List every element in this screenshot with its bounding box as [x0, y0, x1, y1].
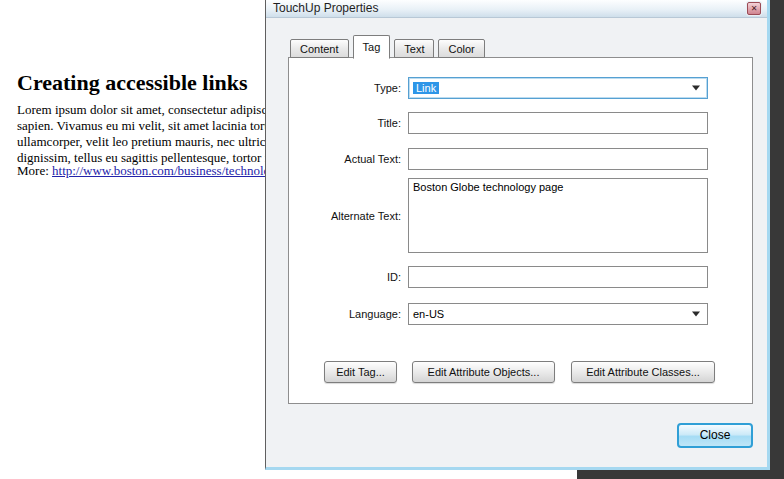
- type-selected-value: Link: [413, 82, 439, 94]
- actual-text-row: Actual Text:: [289, 148, 752, 170]
- tab-text[interactable]: Text: [394, 39, 434, 58]
- type-dropdown[interactable]: Link: [408, 77, 708, 99]
- dialog-titlebar[interactable]: TouchUp Properties ✕: [266, 0, 767, 18]
- close-icon[interactable]: ✕: [747, 2, 761, 15]
- tab-bar: Content Tag Text Color: [290, 33, 489, 58]
- id-row: ID:: [289, 266, 752, 288]
- language-label: Language:: [289, 308, 401, 320]
- alternate-text-field[interactable]: Boston Globe technology page: [408, 178, 708, 253]
- document-heading: Creating accessible links: [17, 70, 248, 96]
- language-row: Language: en-US: [289, 303, 752, 325]
- edit-attribute-objects-button[interactable]: Edit Attribute Objects...: [412, 361, 555, 383]
- actual-text-field[interactable]: [408, 148, 708, 170]
- id-field[interactable]: [408, 266, 708, 288]
- language-dropdown[interactable]: en-US: [408, 303, 708, 325]
- paragraph-line: sapien. Vivamus eu mi velit, sit amet la…: [17, 118, 293, 134]
- title-label: Title:: [289, 117, 401, 129]
- document-more-line: More: http://www.boston.com/business/tec…: [17, 163, 287, 179]
- alternate-text-label: Alternate Text:: [289, 210, 401, 222]
- title-field[interactable]: [408, 112, 708, 134]
- touchup-properties-dialog: TouchUp Properties ✕ Content Tag Text Co…: [265, 0, 770, 470]
- close-button[interactable]: Close: [677, 423, 753, 448]
- paragraph-line: Lorem ipsum dolor sit amet, consectetur …: [17, 102, 293, 118]
- dialog-title: TouchUp Properties: [273, 1, 378, 15]
- alternate-text-row: Alternate Text: Boston Globe technology …: [289, 178, 752, 253]
- language-selected-value: en-US: [413, 308, 444, 320]
- document-paragraph: Lorem ipsum dolor sit amet, consectetur …: [17, 102, 293, 166]
- tab-content[interactable]: Content: [290, 39, 349, 58]
- actual-text-label: Actual Text:: [289, 153, 401, 165]
- chevron-down-icon[interactable]: [692, 312, 700, 317]
- edit-attribute-classes-button[interactable]: Edit Attribute Classes...: [571, 361, 715, 383]
- paragraph-line: ullamcorper, velit leo pretium mauris, n…: [17, 134, 293, 150]
- tag-tab-panel: Type: Link Title: Actual Text: Alternate…: [288, 57, 753, 404]
- type-label: Type:: [289, 82, 401, 94]
- edit-buttons-row: Edit Tag... Edit Attribute Objects... Ed…: [289, 361, 752, 383]
- tab-color[interactable]: Color: [438, 39, 484, 58]
- id-label: ID:: [289, 271, 401, 283]
- app-background: { "document": { "heading": "Creating acc…: [0, 0, 784, 479]
- more-label: More:: [17, 163, 49, 178]
- document-hyperlink[interactable]: http://www.boston.com/business/technolog…: [52, 163, 287, 178]
- type-row: Type: Link: [289, 77, 752, 99]
- tab-tag[interactable]: Tag: [353, 35, 391, 59]
- title-row: Title:: [289, 112, 752, 134]
- chevron-down-icon[interactable]: [692, 86, 700, 91]
- edit-tag-button[interactable]: Edit Tag...: [324, 361, 397, 383]
